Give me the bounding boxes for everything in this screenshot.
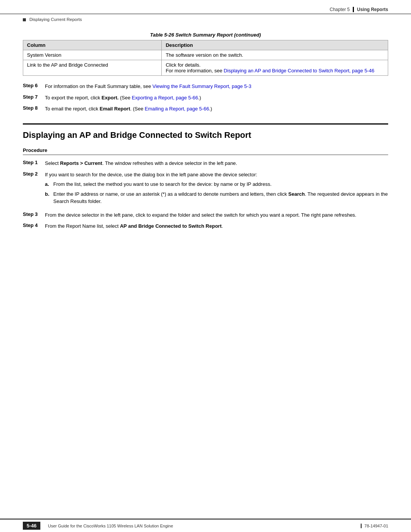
step-7-label: Step 7	[23, 94, 45, 100]
switch-summary-table: Column Description System Version The so…	[23, 40, 388, 76]
table-caption: Table 5-26 Switch Summary Report (contin…	[23, 32, 388, 38]
table-row: Link to the AP and Bridge Connected Clic…	[23, 60, 388, 76]
table-header-column: Column	[23, 40, 162, 50]
step-1-content: Select Reports > Current. The window ref…	[45, 160, 388, 167]
footer-page-number: 5-46	[23, 522, 40, 530]
page-header: Chapter 5 Using Reports	[0, 0, 411, 14]
step-3: Step 3 From the device selector in the l…	[23, 211, 388, 219]
steps-main-section: Step 1 Select Reports > Current. The win…	[23, 160, 388, 230]
table-row: System Version The software version on t…	[23, 50, 388, 60]
page: Chapter 5 Using Reports Displaying Curre…	[0, 0, 411, 532]
sub-step-2b-content: Enter the IP address or name, or use an …	[53, 190, 388, 205]
procedure-label: Procedure	[23, 147, 388, 153]
step-3-content: From the device selector in the left pan…	[45, 211, 388, 219]
step-6-label: Step 6	[23, 83, 45, 88]
breadcrumb-bar: Displaying Current Reports	[0, 14, 411, 24]
step-1-label: Step 1	[23, 160, 45, 165]
main-content: Table 5-26 Switch Summary Report (contin…	[0, 28, 411, 244]
step-2-content: If you want to search for the device, us…	[45, 171, 388, 208]
table-cell-column-1: System Version	[23, 50, 162, 60]
page-footer: 5-46 User Guide for the CiscoWorks 1105 …	[0, 519, 411, 532]
breadcrumb: Displaying Current Reports	[23, 17, 82, 22]
step-8: Step 8 To email the report, click Email …	[23, 105, 388, 113]
step-4-label: Step 4	[23, 222, 45, 228]
chapter-label: Chapter 5	[330, 7, 353, 12]
step-4: Step 4 From the Report Name list, select…	[23, 222, 388, 230]
step-8-label: Step 8	[23, 105, 45, 111]
step-4-content: From the Report Name list, select AP and…	[45, 222, 388, 230]
table-header-description: Description	[162, 40, 388, 50]
link-ap-bridge-report[interactable]: Displaying an AP and Bridge Connected to…	[224, 68, 374, 73]
footer-doc-title: User Guide for the CiscoWorks 1105 Wirel…	[48, 524, 361, 528]
sub-step-2b-label: b.	[45, 190, 53, 198]
table-cell-desc-1: The software version on the switch.	[162, 50, 388, 60]
link-fault-summary[interactable]: Viewing the Fault Summary Report, page 5…	[153, 83, 252, 89]
steps-top-section: Step 6 For information on the Fault Summ…	[23, 83, 388, 113]
link-email-report[interactable]: Emailing a Report, page 5-66	[145, 106, 209, 112]
bullet-icon	[23, 18, 26, 21]
header-title: Using Reports	[353, 7, 388, 12]
link-export-report[interactable]: Exporting a Report, page 5-66	[132, 95, 198, 101]
sub-steps-2: a. From the list, select the method you …	[45, 181, 388, 205]
step-7: Step 7 To export the report, click Expor…	[23, 94, 388, 102]
step-7-content: To export the report, click Export. (See…	[45, 94, 388, 102]
section-heading: Displaying an AP and Bridge Connected to…	[23, 123, 388, 141]
table-cell-desc-2: Click for details. For more information,…	[162, 60, 388, 76]
sub-step-2a-content: From the list, select the method you wan…	[53, 181, 272, 188]
step-3-label: Step 3	[23, 211, 45, 217]
footer-doc-number: 78-14947-01	[361, 524, 388, 528]
step-6: Step 6 For information on the Fault Summ…	[23, 83, 388, 90]
procedure-divider	[23, 155, 388, 155]
step-2: Step 2 If you want to search for the dev…	[23, 171, 388, 208]
step-8-content: To email the report, click Email Report.…	[45, 105, 388, 113]
step-1: Step 1 Select Reports > Current. The win…	[23, 160, 388, 167]
step-2-label: Step 2	[23, 171, 45, 177]
table-cell-column-2: Link to the AP and Bridge Connected	[23, 60, 162, 76]
sub-step-2b: b. Enter the IP address or name, or use …	[45, 190, 388, 205]
step-6-content: For information on the Fault Summary tab…	[45, 83, 388, 90]
sub-step-2a-label: a.	[45, 181, 53, 188]
sub-step-2a: a. From the list, select the method you …	[45, 181, 388, 188]
